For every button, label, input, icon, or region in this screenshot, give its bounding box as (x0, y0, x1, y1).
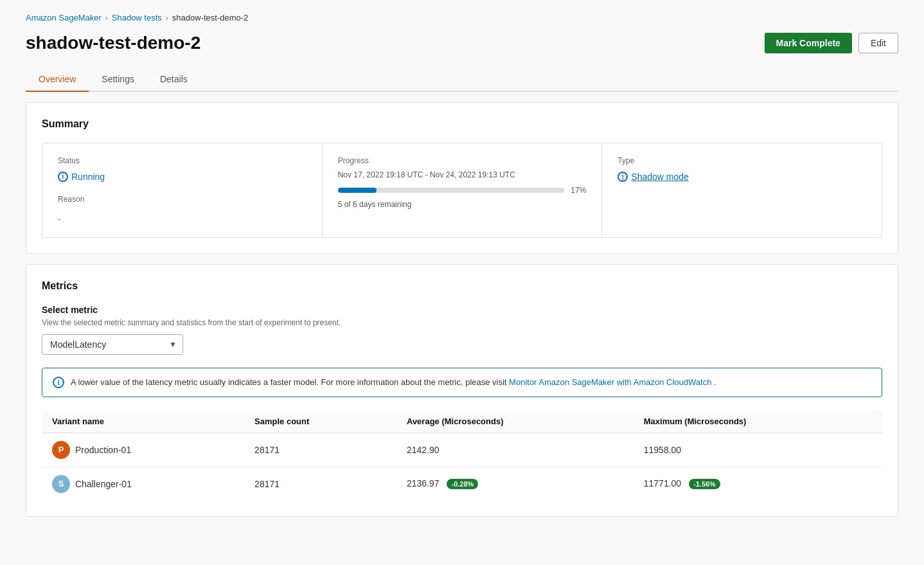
breadcrumb-current: shadow-test-demo-2 (172, 13, 249, 22)
summary-title: Summary (42, 118, 882, 130)
maximum-cell: 11771.00 -1.56% (634, 467, 882, 501)
variant-badge-p: P (52, 441, 70, 459)
metric-select-wrapper: ModelLatency Invocations ModelSetupTime … (42, 334, 183, 355)
metrics-table: Variant name Sample count Average (Micro… (42, 410, 882, 501)
info-icon: i (53, 377, 64, 388)
reason-value: - (58, 214, 307, 224)
info-box: i A lower value of the latency metric us… (42, 368, 882, 397)
type-info-icon: i (617, 172, 628, 182)
col-variant-name: Variant name (42, 410, 244, 433)
status-value: i Running (58, 172, 105, 182)
edit-button[interactable]: Edit (858, 33, 898, 53)
status-icon: i (58, 172, 68, 182)
info-text: A lower value of the latency metric usua… (71, 376, 716, 389)
tab-details[interactable]: Details (147, 67, 200, 92)
metrics-title: Metrics (42, 280, 882, 292)
mark-complete-button[interactable]: Mark Complete (765, 33, 852, 53)
average-delta-badge: -0.28% (447, 479, 478, 489)
table-row: P Production-01 28171 2142.90 11958.00 (42, 433, 882, 467)
select-metric-section: Select metric View the selected metric s… (42, 305, 882, 355)
progress-pct: 17% (571, 186, 586, 195)
reason-label: Reason (58, 195, 307, 204)
table-row: S Challenger-01 28171 2136.97 -0.28% 117… (42, 467, 882, 501)
variant-name: Challenger-01 (75, 479, 132, 489)
average-cell: 2136.97 -0.28% (396, 467, 634, 501)
summary-status-cell: Status i Running Reason - (42, 143, 323, 237)
info-text-after: . (714, 377, 716, 387)
variant-cell: S Challenger-01 (52, 475, 234, 493)
variant-name-cell: S Challenger-01 (42, 467, 244, 501)
summary-card: Summary Status i Running Reason - Progre… (26, 102, 898, 254)
select-metric-desc: View the selected metric summary and sta… (42, 318, 882, 328)
col-sample-count: Sample count (244, 410, 396, 433)
status-text: Running (71, 172, 105, 182)
table-header-row: Variant name Sample count Average (Micro… (42, 410, 882, 433)
tab-overview[interactable]: Overview (26, 67, 89, 92)
col-average: Average (Microseconds) (396, 410, 634, 433)
page-header: shadow-test-demo-2 Mark Complete Edit (26, 33, 898, 53)
col-maximum: Maximum (Microseconds) (634, 410, 882, 433)
progress-bar-container: 17% (338, 186, 587, 195)
breadcrumb-sep-1: › (105, 13, 108, 22)
breadcrumb: Amazon SageMaker › Shadow tests › shadow… (26, 13, 898, 22)
page-title: shadow-test-demo-2 (26, 33, 200, 53)
sample-count-cell: 28171 (244, 433, 396, 467)
progress-bar-track (338, 188, 565, 193)
progress-label: Progress (338, 156, 587, 165)
type-label: Type (617, 156, 866, 165)
progress-dates: Nov 17, 2022 19:18 UTC - Nov 24, 2022 19… (338, 170, 587, 179)
summary-progress-cell: Progress Nov 17, 2022 19:18 UTC - Nov 24… (323, 143, 603, 237)
page-container: Amazon SageMaker › Shadow tests › shadow… (0, 0, 924, 565)
cloudwatch-link[interactable]: Monitor Amazon SageMaker with Amazon Clo… (509, 377, 711, 387)
select-metric-title: Select metric (42, 305, 882, 315)
tabs: Overview Settings Details (26, 66, 898, 92)
sample-count-cell: 28171 (244, 467, 396, 501)
breadcrumb-section[interactable]: Shadow tests (112, 13, 162, 22)
metrics-card: Metrics Select metric View the selected … (26, 264, 898, 517)
progress-remaining: 5 of 6 days remaining (338, 200, 587, 209)
status-label: Status (58, 156, 307, 165)
progress-bar-fill (338, 188, 377, 193)
variant-cell: P Production-01 (52, 441, 234, 459)
variant-badge-s: S (52, 475, 70, 493)
type-value[interactable]: i Shadow mode (617, 172, 689, 182)
summary-grid: Status i Running Reason - Progress Nov 1… (42, 143, 882, 238)
header-actions: Mark Complete Edit (765, 33, 898, 53)
variant-name: Production-01 (75, 445, 131, 455)
metric-select[interactable]: ModelLatency Invocations ModelSetupTime (42, 334, 183, 355)
tab-settings[interactable]: Settings (89, 67, 147, 92)
variant-name-cell: P Production-01 (42, 433, 244, 467)
breadcrumb-home[interactable]: Amazon SageMaker (26, 13, 102, 22)
info-text-before: A lower value of the latency metric usua… (71, 377, 509, 387)
maximum-cell: 11958.00 (634, 433, 882, 467)
average-cell: 2142.90 (396, 433, 634, 467)
maximum-delta-badge: -1.56% (689, 479, 720, 489)
type-text: Shadow mode (631, 172, 689, 182)
breadcrumb-sep-2: › (166, 13, 168, 22)
summary-type-cell: Type i Shadow mode (602, 143, 882, 237)
